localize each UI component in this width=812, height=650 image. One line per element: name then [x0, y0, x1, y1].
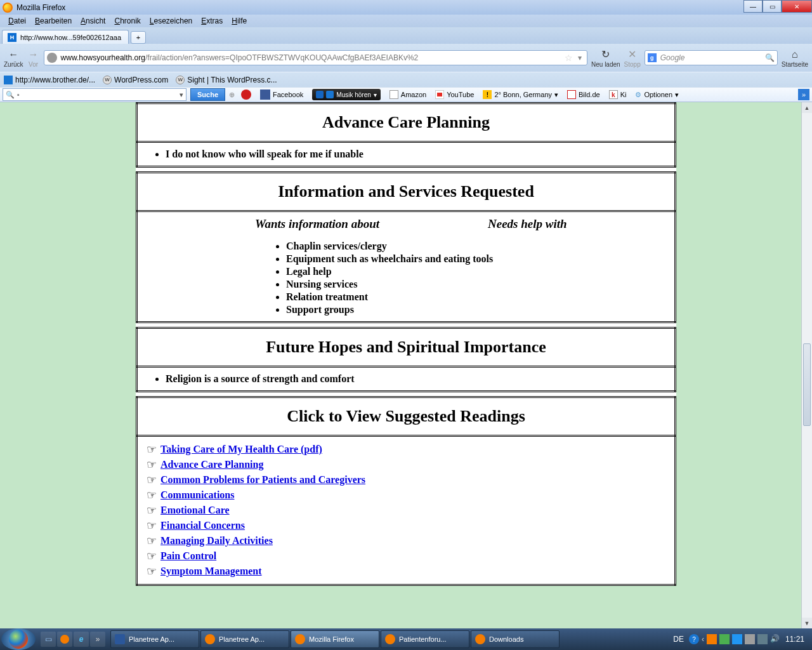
- quick-launch-desktop[interactable]: ▭: [41, 632, 56, 647]
- hand-icon: ☞: [147, 503, 157, 517]
- list-item: Legal help: [286, 265, 665, 278]
- bookmark-brother[interactable]: http://www.brother.de/...: [4, 76, 95, 84]
- bild-button[interactable]: Bild.de: [565, 90, 603, 99]
- bookmark-wordpress[interactable]: WWordPress.com: [103, 76, 168, 84]
- media-button[interactable]: Musik hören▾: [310, 89, 383, 100]
- reading-link[interactable]: Advance Care Planning: [160, 459, 263, 470]
- close-button[interactable]: ✕: [782, 0, 812, 13]
- quick-launch-firefox[interactable]: [57, 632, 72, 647]
- search-go-icon[interactable]: 🔍: [765, 53, 775, 62]
- reading-link[interactable]: Common Problems for Patients and Caregiv…: [160, 474, 365, 486]
- hand-icon: ☞: [147, 564, 157, 578]
- reload-button[interactable]: ↻Neu laden: [591, 48, 620, 68]
- youtube-button[interactable]: YouTube: [433, 90, 476, 99]
- search-box[interactable]: g Google 🔍: [645, 50, 778, 65]
- maximize-button[interactable]: ▭: [763, 0, 782, 13]
- language-indicator[interactable]: DE: [671, 635, 686, 644]
- reading-link[interactable]: Financial Concerns: [160, 520, 245, 531]
- url-bar[interactable]: www.howsyourhealth.org/frail/action/en?a…: [44, 50, 587, 65]
- hand-icon: ☞: [147, 473, 157, 487]
- firefox-icon: [205, 634, 215, 644]
- minimize-button[interactable]: —: [743, 0, 763, 13]
- list-item: Religion is a source of strength and com…: [166, 373, 665, 385]
- toolbar-search-input[interactable]: 🔍▪▾: [3, 88, 187, 101]
- facebook-button[interactable]: Facebook: [258, 90, 306, 100]
- amazon-button[interactable]: Amazon: [387, 90, 429, 99]
- hand-icon: ☞: [147, 442, 157, 456]
- home-button[interactable]: ⌂Startseite: [782, 48, 808, 68]
- ki-button[interactable]: kKi: [606, 90, 629, 99]
- tray-icon[interactable]: [745, 634, 755, 644]
- heading-info-services: Information and Services Requested: [147, 178, 665, 205]
- toolbar-overflow-button[interactable]: »: [798, 89, 809, 100]
- windows-orb-icon: [9, 630, 28, 649]
- reading-link[interactable]: Symptom Management: [160, 566, 262, 577]
- k-icon: k: [609, 90, 618, 99]
- menu-lesezeichen[interactable]: Lesezeichen: [145, 15, 197, 27]
- system-tray: DE ? ‹ 🔊 11:21: [671, 634, 811, 644]
- weather-button[interactable]: !2° Bonn, Germany▾: [480, 90, 561, 99]
- menu-hilfe[interactable]: Hilfe: [227, 15, 251, 27]
- forward-button[interactable]: →Vor: [27, 48, 40, 68]
- vertical-scrollbar[interactable]: ▲ ▼: [801, 102, 812, 628]
- window-titlebar: Mozilla Firefox — ▭ ✕: [0, 0, 812, 15]
- reading-link[interactable]: Pain Control: [160, 550, 216, 562]
- tab-active[interactable]: H http://www.how...59fe002612aaa: [2, 30, 129, 44]
- dropdown-icon[interactable]: ▾: [180, 91, 183, 99]
- tray-chevron-icon[interactable]: ‹: [702, 635, 704, 644]
- menu-chronik[interactable]: Chronik: [110, 15, 145, 27]
- list-item: Equipment such as wheelchairs and eating…: [286, 253, 665, 265]
- tab-favicon: H: [8, 33, 16, 42]
- bookmark-sight[interactable]: WSight | This WordPress.c...: [176, 76, 277, 84]
- menu-ansicht[interactable]: Ansicht: [76, 15, 110, 27]
- url-dropdown-icon[interactable]: ▾: [575, 53, 584, 62]
- ask-button[interactable]: [239, 90, 254, 100]
- taskbar-firefox-3[interactable]: Patientenforu...: [381, 630, 469, 648]
- quick-launch-more[interactable]: »: [90, 632, 105, 647]
- facebook-icon: [260, 90, 270, 100]
- taskbar-word[interactable]: Planetree Ap...: [110, 630, 199, 648]
- back-button[interactable]: ←Zurück: [4, 48, 23, 68]
- hand-icon: ☞: [147, 488, 157, 502]
- hand-icon: ☞: [147, 534, 157, 548]
- bookmark-icon: [4, 76, 13, 84]
- tray-icon[interactable]: [719, 634, 730, 644]
- scroll-down-button[interactable]: ▼: [802, 618, 812, 628]
- tray-clock[interactable]: 11:21: [783, 635, 807, 644]
- list-item: Relation treatment: [286, 291, 665, 303]
- scroll-thumb[interactable]: [803, 343, 811, 426]
- suche-button[interactable]: Suche: [190, 88, 225, 101]
- hand-icon: ☞: [147, 519, 157, 533]
- tray-icon[interactable]: [732, 634, 742, 644]
- taskbar-firefox-4[interactable]: Downloads: [471, 630, 560, 648]
- tray-help-icon[interactable]: ?: [689, 634, 699, 644]
- stop-button[interactable]: ✕Stopp: [624, 48, 641, 68]
- scroll-up-button[interactable]: ▲: [802, 102, 812, 113]
- taskbar-firefox-active[interactable]: Mozilla Firefox: [291, 630, 379, 648]
- tray-icon[interactable]: [707, 634, 717, 644]
- reading-link[interactable]: Communications: [160, 489, 234, 501]
- reading-link[interactable]: Managing Daily Activities: [160, 535, 273, 547]
- menu-extras[interactable]: Extras: [197, 15, 227, 27]
- bookmark-star-icon[interactable]: ☆: [562, 53, 575, 63]
- tray-network-icon[interactable]: [757, 634, 768, 644]
- new-tab-button[interactable]: +: [131, 31, 146, 44]
- start-button[interactable]: [1, 628, 36, 650]
- menu-datei[interactable]: Datei: [4, 15, 30, 27]
- heading-readings: Click to View Suggested Readings: [147, 403, 665, 430]
- reading-link[interactable]: Taking Care of My Health Care (pdf): [160, 444, 322, 455]
- optionen-button[interactable]: ⚙Optionen▾: [632, 91, 681, 99]
- list-item: Chaplin services/clergy: [286, 240, 665, 253]
- wordpress-icon: W: [176, 76, 185, 84]
- google-icon: g: [648, 53, 657, 62]
- quick-launch-ie[interactable]: e: [74, 632, 89, 647]
- taskbar-firefox-1[interactable]: Planetree Ap...: [200, 630, 289, 648]
- subheading-needs: Needs help with: [488, 217, 665, 231]
- bild-icon: [567, 90, 576, 99]
- menu-bearbeiten[interactable]: Bearbeiten: [30, 15, 76, 27]
- reading-link[interactable]: Emotional Care: [160, 505, 230, 516]
- section-info-services: Information and Services Requested Wants…: [136, 171, 676, 323]
- firefox-icon: [385, 634, 395, 644]
- wordpress-icon: W: [103, 76, 112, 84]
- tray-volume-icon[interactable]: 🔊: [770, 634, 780, 644]
